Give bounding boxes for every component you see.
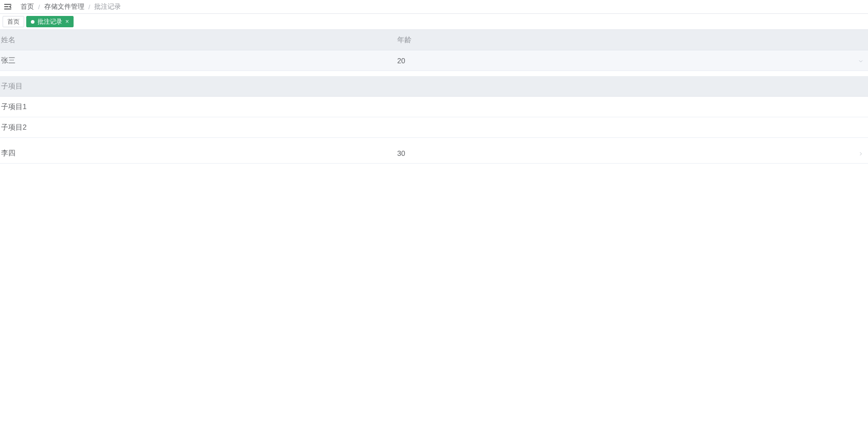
expanded-row-content: 子项目 子项目1 子项目2 [0, 76, 868, 143]
table-row[interactable]: 张三 20 [0, 50, 868, 71]
sub-cell: 子项目2 [0, 123, 868, 132]
expand-toggle[interactable] [854, 58, 868, 64]
breadcrumb: 首页 / 存储文件管理 / 批注记录 [21, 2, 121, 11]
chevron-down-icon [858, 58, 864, 64]
tab-label: 批注记录 [38, 17, 62, 26]
cell-age: 30 [396, 149, 854, 157]
expand-toggle[interactable] [854, 150, 868, 156]
column-header-name: 姓名 [0, 35, 396, 45]
breadcrumb-separator: / [38, 3, 40, 11]
sub-table-row[interactable]: 子项目1 [0, 97, 868, 117]
active-tab-indicator-dot [31, 20, 34, 24]
table-row[interactable]: 李四 30 [0, 143, 868, 164]
tabs-bar: 首页 批注记录 × [0, 14, 868, 30]
column-header-age: 年龄 [396, 35, 854, 45]
cell-name: 李四 [0, 149, 396, 158]
breadcrumb-middle[interactable]: 存储文件管理 [44, 2, 84, 11]
cell-age: 20 [396, 57, 854, 65]
breadcrumb-separator: / [88, 3, 91, 11]
cell-name: 张三 [0, 56, 396, 65]
chevron-right-icon [858, 150, 864, 156]
breadcrumb-current: 批注记录 [94, 2, 121, 11]
sub-table-header: 子项目 [0, 76, 868, 97]
sub-cell: 子项目1 [0, 102, 868, 112]
sub-table-row[interactable]: 子项目2 [0, 117, 868, 138]
data-table: 姓名 年龄 张三 20 子项目 子项目1 子项目2 李四 30 [0, 30, 868, 164]
tab-label: 首页 [7, 17, 20, 26]
breadcrumb-bar: 首页 / 存储文件管理 / 批注记录 [0, 0, 868, 14]
menu-collapse-icon [3, 2, 12, 11]
sub-column-header: 子项目 [0, 82, 868, 91]
tab-close-icon[interactable]: × [65, 19, 69, 25]
table-header-row: 姓名 年龄 [0, 30, 868, 50]
spacer [0, 138, 868, 143]
tab-home[interactable]: 首页 [3, 16, 24, 27]
tab-annotation-records[interactable]: 批注记录 × [26, 16, 74, 27]
menu-collapse-toggle[interactable] [2, 1, 13, 12]
breadcrumb-home[interactable]: 首页 [21, 2, 34, 11]
